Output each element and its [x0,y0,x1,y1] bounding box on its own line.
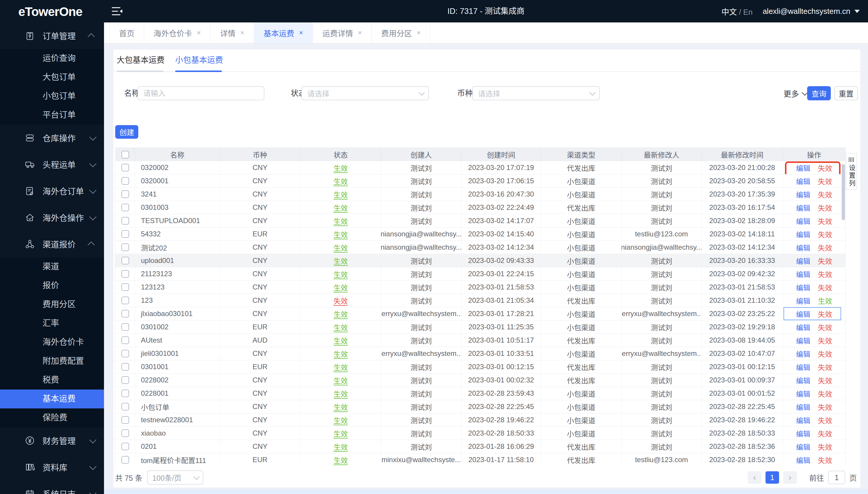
column-header-状态[interactable]: 状态 [301,148,381,161]
toggle-status-link[interactable]: 失效 [818,455,832,465]
row-checkbox[interactable] [122,244,129,251]
toggle-status-link[interactable]: 失效 [818,176,832,186]
prev-page-button[interactable]: ‹ [748,471,761,484]
edit-link[interactable]: 编辑 [796,189,810,200]
edit-link[interactable]: 编辑 [796,402,810,412]
edit-link[interactable]: 编辑 [796,322,810,332]
sidebar-group-资料库[interactable]: 资料库 [0,454,104,480]
toggle-status-link[interactable]: 失效 [818,441,832,452]
sidebar-item-税费[interactable]: 税费 [0,370,104,390]
edit-link[interactable]: 编辑 [796,455,810,465]
toggle-status-link[interactable]: 失效 [818,269,832,279]
tab-small-parcel-freight[interactable]: 小包基本运费 [175,50,223,71]
row-checkbox[interactable] [122,443,129,450]
row-checkbox[interactable] [122,310,129,318]
sidebar-group-渠道报价[interactable]: 渠道报价 [0,231,104,257]
row-checkbox[interactable] [122,323,129,331]
toggle-status-link[interactable]: 生效 [818,296,832,306]
sidebar-group-海外仓订单[interactable]: 海外仓订单 [0,178,104,204]
sidebar-item-小包订单[interactable]: 小包订单 [0,87,104,106]
column-header-操作[interactable]: 操作 [783,148,845,161]
toggle-status-link[interactable]: 失效 [818,415,832,425]
toggle-status-link[interactable]: 失效 [818,309,832,319]
close-icon[interactable]: × [299,28,303,37]
toggle-status-link[interactable]: 失效 [818,375,832,385]
horizontal-scrollbar-track[interactable] [104,489,868,494]
column-header-创建人[interactable]: 创建人 [381,148,462,161]
row-checkbox[interactable] [122,204,129,211]
sidebar-group-头程运单[interactable]: 头程运单 [0,151,104,178]
menu-fold-icon[interactable] [112,7,123,16]
row-checkbox[interactable] [122,177,129,185]
column-header-创建时间[interactable]: 创建时间 [462,148,541,161]
sidebar-group-仓库操作[interactable]: 仓库操作 [0,125,104,151]
toggle-status-link[interactable]: 失效 [818,229,832,239]
sidebar-item-汇率[interactable]: 汇率 [0,314,104,333]
sidebar-item-附加费配置[interactable]: 附加费配置 [0,352,104,370]
goto-page-input[interactable] [828,471,845,484]
status-filter-select[interactable]: 请选择 [301,86,429,100]
edit-link[interactable]: 编辑 [796,269,810,279]
edit-link[interactable]: 编辑 [796,242,810,253]
currency-filter-select[interactable]: 请选择 [472,86,600,100]
row-checkbox[interactable] [122,217,129,225]
toggle-status-link[interactable]: 失效 [818,388,832,399]
edit-link[interactable]: 编辑 [796,163,810,173]
sidebar-item-基本运费[interactable]: 基本运费 [0,390,104,408]
toggle-status-link[interactable]: 失效 [818,428,832,438]
more-filters-button[interactable]: 更多 [783,86,806,100]
edit-link[interactable]: 编辑 [796,255,810,266]
sidebar-item-报价[interactable]: 报价 [0,276,104,295]
edit-link[interactable]: 编辑 [796,375,810,385]
row-checkbox[interactable] [122,416,129,424]
row-checkbox[interactable] [122,283,129,291]
row-checkbox[interactable] [122,337,129,344]
edit-link[interactable]: 编辑 [796,296,810,306]
row-checkbox[interactable] [122,190,129,198]
edit-link[interactable]: 编辑 [796,216,810,226]
toggle-status-link[interactable]: 失效 [818,322,832,332]
close-icon[interactable]: × [417,28,421,37]
toggle-status-link[interactable]: 失效 [818,242,832,253]
edit-link[interactable]: 编辑 [796,388,810,399]
tab-首页[interactable]: 首页 [110,22,144,43]
create-button[interactable]: 创建 [115,125,138,139]
row-checkbox[interactable] [122,350,129,357]
row-checkbox[interactable] [122,376,129,384]
toggle-status-link[interactable]: 失效 [818,189,832,200]
tab-基本运费[interactable]: 基本运费× [254,22,313,43]
column-settings-button[interactable]: 设置列 [846,153,857,189]
toggle-status-link[interactable]: 失效 [818,255,832,266]
toggle-status-link[interactable]: 失效 [818,402,832,412]
reset-button[interactable]: 重置 [834,86,858,100]
tab-big-parcel-freight[interactable]: 大包基本运费 [117,50,165,71]
toggle-status-link[interactable]: 失效 [818,282,832,292]
edit-link[interactable]: 编辑 [796,415,810,425]
column-header-币种[interactable]: 币种 [220,148,301,161]
sidebar-group-系统日志[interactable]: 系统日志 [0,480,104,494]
next-page-button[interactable]: › [783,471,797,484]
edit-link[interactable]: 编辑 [796,441,810,452]
toggle-status-link[interactable]: 失效 [818,163,832,173]
toggle-status-link[interactable]: 失效 [818,335,832,346]
language-switcher[interactable]: 中文 / En [721,6,753,17]
row-checkbox[interactable] [122,270,129,278]
edit-link[interactable]: 编辑 [796,229,810,239]
edit-link[interactable]: 编辑 [796,282,810,292]
close-icon[interactable]: × [358,28,362,37]
sidebar-item-保险费[interactable]: 保险费 [0,408,104,427]
toggle-status-link[interactable]: 失效 [818,216,832,226]
edit-link[interactable]: 编辑 [796,335,810,346]
edit-link[interactable]: 编辑 [796,362,810,372]
table-vertical-scrollbar[interactable] [842,164,845,220]
column-header-名称[interactable]: 名称 [135,148,220,161]
select-all-checkbox[interactable] [122,151,129,158]
sidebar-item-海外仓价卡[interactable]: 海外仓价卡 [0,333,104,352]
page-1-button[interactable]: 1 [765,471,779,484]
page-size-select[interactable]: 100条/页 [147,470,203,484]
toggle-status-link[interactable]: 失效 [818,362,832,372]
sidebar-item-费用分区[interactable]: 费用分区 [0,295,104,314]
tab-运费详情[interactable]: 运费详情× [313,22,372,43]
sidebar-item-平台订单[interactable]: 平台订单 [0,106,104,125]
sidebar-group-财务管理[interactable]: 财务管理 [0,427,104,454]
